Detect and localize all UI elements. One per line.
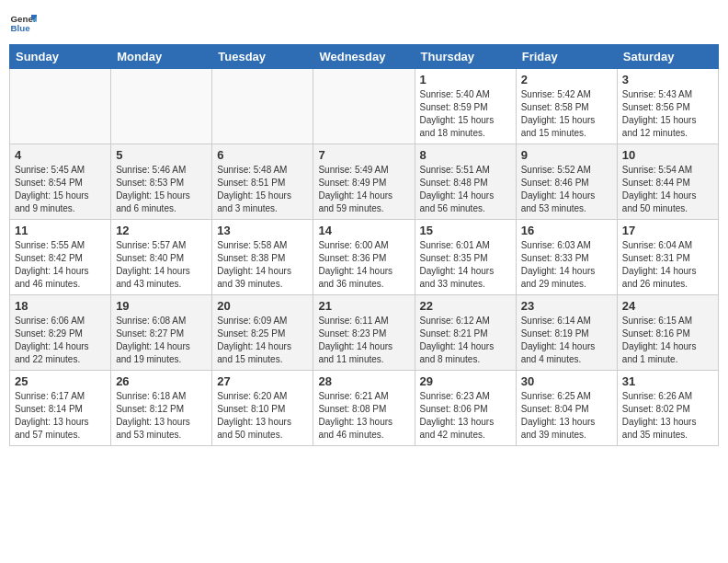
- day-info: Sunrise: 5:58 AM Sunset: 8:38 PM Dayligh…: [217, 239, 308, 291]
- calendar-cell: 25Sunrise: 6:17 AM Sunset: 8:14 PM Dayli…: [10, 371, 111, 446]
- calendar-cell: 10Sunrise: 5:54 AM Sunset: 8:44 PM Dayli…: [617, 144, 718, 220]
- day-number: 25: [15, 374, 106, 388]
- calendar-cell: 11Sunrise: 5:55 AM Sunset: 8:42 PM Dayli…: [10, 220, 111, 295]
- calendar-cell: 13Sunrise: 5:58 AM Sunset: 8:38 PM Dayli…: [212, 220, 313, 295]
- calendar-cell: 27Sunrise: 6:20 AM Sunset: 8:10 PM Dayli…: [212, 371, 313, 446]
- day-info: Sunrise: 6:15 AM Sunset: 8:16 PM Dayligh…: [622, 315, 713, 366]
- logo: General Blue: [9, 9, 37, 37]
- day-info: Sunrise: 6:18 AM Sunset: 8:12 PM Dayligh…: [116, 390, 207, 442]
- weekday-header-friday: Friday: [516, 45, 617, 69]
- day-number: 26: [116, 374, 207, 388]
- calendar-cell: 16Sunrise: 6:03 AM Sunset: 8:33 PM Dayli…: [516, 220, 617, 295]
- day-number: 8: [420, 148, 511, 162]
- calendar-cell: 24Sunrise: 6:15 AM Sunset: 8:16 PM Dayli…: [617, 295, 718, 371]
- calendar-cell: 23Sunrise: 6:14 AM Sunset: 8:19 PM Dayli…: [516, 295, 617, 371]
- day-number: 7: [318, 148, 409, 162]
- weekday-header-wednesday: Wednesday: [313, 45, 415, 69]
- calendar-cell: 29Sunrise: 6:23 AM Sunset: 8:06 PM Dayli…: [415, 371, 516, 446]
- calendar-cell: [313, 69, 415, 144]
- day-number: 10: [622, 148, 713, 162]
- calendar-cell: 3Sunrise: 5:43 AM Sunset: 8:56 PM Daylig…: [617, 69, 718, 144]
- day-number: 24: [622, 299, 713, 313]
- day-info: Sunrise: 6:06 AM Sunset: 8:29 PM Dayligh…: [15, 315, 106, 366]
- day-number: 30: [521, 374, 612, 388]
- day-number: 14: [318, 224, 409, 237]
- day-number: 13: [217, 224, 308, 237]
- calendar-cell: 19Sunrise: 6:08 AM Sunset: 8:27 PM Dayli…: [111, 295, 212, 371]
- calendar-cell: [212, 69, 313, 144]
- day-number: 28: [318, 374, 409, 388]
- day-info: Sunrise: 6:00 AM Sunset: 8:36 PM Dayligh…: [318, 239, 409, 291]
- day-number: 18: [15, 299, 106, 313]
- svg-text:Blue: Blue: [11, 23, 31, 33]
- week-row-2: 4Sunrise: 5:45 AM Sunset: 8:54 PM Daylig…: [10, 144, 719, 220]
- weekday-header-monday: Monday: [111, 45, 212, 69]
- day-info: Sunrise: 5:55 AM Sunset: 8:42 PM Dayligh…: [15, 239, 106, 291]
- day-number: 11: [15, 224, 106, 237]
- calendar-cell: 17Sunrise: 6:04 AM Sunset: 8:31 PM Dayli…: [617, 220, 718, 295]
- logo-icon: General Blue: [9, 9, 37, 37]
- day-number: 21: [318, 299, 409, 313]
- day-number: 3: [622, 73, 713, 86]
- page-header: General Blue: [9, 9, 719, 37]
- calendar-cell: [111, 69, 212, 144]
- calendar-cell: 18Sunrise: 6:06 AM Sunset: 8:29 PM Dayli…: [10, 295, 111, 371]
- day-info: Sunrise: 6:03 AM Sunset: 8:33 PM Dayligh…: [521, 239, 612, 291]
- day-info: Sunrise: 5:42 AM Sunset: 8:58 PM Dayligh…: [521, 88, 612, 140]
- day-info: Sunrise: 5:45 AM Sunset: 8:54 PM Dayligh…: [15, 164, 106, 215]
- week-row-5: 25Sunrise: 6:17 AM Sunset: 8:14 PM Dayli…: [10, 371, 719, 446]
- calendar-cell: 2Sunrise: 5:42 AM Sunset: 8:58 PM Daylig…: [516, 69, 617, 144]
- day-number: 15: [420, 224, 511, 237]
- week-row-3: 11Sunrise: 5:55 AM Sunset: 8:42 PM Dayli…: [10, 220, 719, 295]
- calendar-cell: 12Sunrise: 5:57 AM Sunset: 8:40 PM Dayli…: [111, 220, 212, 295]
- day-info: Sunrise: 6:23 AM Sunset: 8:06 PM Dayligh…: [420, 390, 511, 442]
- day-info: Sunrise: 5:48 AM Sunset: 8:51 PM Dayligh…: [217, 164, 308, 215]
- calendar-cell: 4Sunrise: 5:45 AM Sunset: 8:54 PM Daylig…: [10, 144, 111, 220]
- calendar-cell: 6Sunrise: 5:48 AM Sunset: 8:51 PM Daylig…: [212, 144, 313, 220]
- day-info: Sunrise: 6:20 AM Sunset: 8:10 PM Dayligh…: [217, 390, 308, 442]
- day-info: Sunrise: 6:17 AM Sunset: 8:14 PM Dayligh…: [15, 390, 106, 442]
- calendar-cell: 28Sunrise: 6:21 AM Sunset: 8:08 PM Dayli…: [313, 371, 415, 446]
- calendar-cell: 30Sunrise: 6:25 AM Sunset: 8:04 PM Dayli…: [516, 371, 617, 446]
- calendar-table: SundayMondayTuesdayWednesdayThursdayFrid…: [9, 44, 719, 446]
- calendar-cell: 15Sunrise: 6:01 AM Sunset: 8:35 PM Dayli…: [415, 220, 516, 295]
- weekday-header-sunday: Sunday: [10, 45, 111, 69]
- day-info: Sunrise: 5:46 AM Sunset: 8:53 PM Dayligh…: [116, 164, 207, 215]
- day-number: 2: [521, 73, 612, 86]
- calendar-cell: 22Sunrise: 6:12 AM Sunset: 8:21 PM Dayli…: [415, 295, 516, 371]
- calendar-cell: 5Sunrise: 5:46 AM Sunset: 8:53 PM Daylig…: [111, 144, 212, 220]
- day-info: Sunrise: 6:04 AM Sunset: 8:31 PM Dayligh…: [622, 239, 713, 291]
- calendar-cell: 31Sunrise: 6:26 AM Sunset: 8:02 PM Dayli…: [617, 371, 718, 446]
- day-number: 1: [420, 73, 511, 86]
- day-info: Sunrise: 5:51 AM Sunset: 8:48 PM Dayligh…: [420, 164, 511, 215]
- week-row-4: 18Sunrise: 6:06 AM Sunset: 8:29 PM Dayli…: [10, 295, 719, 371]
- day-info: Sunrise: 6:12 AM Sunset: 8:21 PM Dayligh…: [420, 315, 511, 366]
- day-number: 17: [622, 224, 713, 237]
- day-info: Sunrise: 6:14 AM Sunset: 8:19 PM Dayligh…: [521, 315, 612, 366]
- day-number: 4: [15, 148, 106, 162]
- calendar-cell: 7Sunrise: 5:49 AM Sunset: 8:49 PM Daylig…: [313, 144, 415, 220]
- day-info: Sunrise: 5:57 AM Sunset: 8:40 PM Dayligh…: [116, 239, 207, 291]
- weekday-header-saturday: Saturday: [617, 45, 718, 69]
- calendar-cell: 14Sunrise: 6:00 AM Sunset: 8:36 PM Dayli…: [313, 220, 415, 295]
- day-info: Sunrise: 5:40 AM Sunset: 8:59 PM Dayligh…: [420, 88, 511, 140]
- day-info: Sunrise: 6:25 AM Sunset: 8:04 PM Dayligh…: [521, 390, 612, 442]
- weekday-header-row: SundayMondayTuesdayWednesdayThursdayFrid…: [10, 45, 719, 69]
- calendar-cell: 21Sunrise: 6:11 AM Sunset: 8:23 PM Dayli…: [313, 295, 415, 371]
- day-info: Sunrise: 6:01 AM Sunset: 8:35 PM Dayligh…: [420, 239, 511, 291]
- day-number: 16: [521, 224, 612, 237]
- day-info: Sunrise: 5:49 AM Sunset: 8:49 PM Dayligh…: [318, 164, 409, 215]
- calendar-cell: 26Sunrise: 6:18 AM Sunset: 8:12 PM Dayli…: [111, 371, 212, 446]
- day-number: 20: [217, 299, 308, 313]
- day-number: 19: [116, 299, 207, 313]
- day-number: 23: [521, 299, 612, 313]
- day-info: Sunrise: 6:09 AM Sunset: 8:25 PM Dayligh…: [217, 315, 308, 366]
- weekday-header-tuesday: Tuesday: [212, 45, 313, 69]
- day-info: Sunrise: 6:21 AM Sunset: 8:08 PM Dayligh…: [318, 390, 409, 442]
- calendar-cell: 9Sunrise: 5:52 AM Sunset: 8:46 PM Daylig…: [516, 144, 617, 220]
- day-number: 27: [217, 374, 308, 388]
- day-number: 5: [116, 148, 207, 162]
- day-info: Sunrise: 6:11 AM Sunset: 8:23 PM Dayligh…: [318, 315, 409, 366]
- weekday-header-thursday: Thursday: [415, 45, 516, 69]
- day-info: Sunrise: 6:08 AM Sunset: 8:27 PM Dayligh…: [116, 315, 207, 366]
